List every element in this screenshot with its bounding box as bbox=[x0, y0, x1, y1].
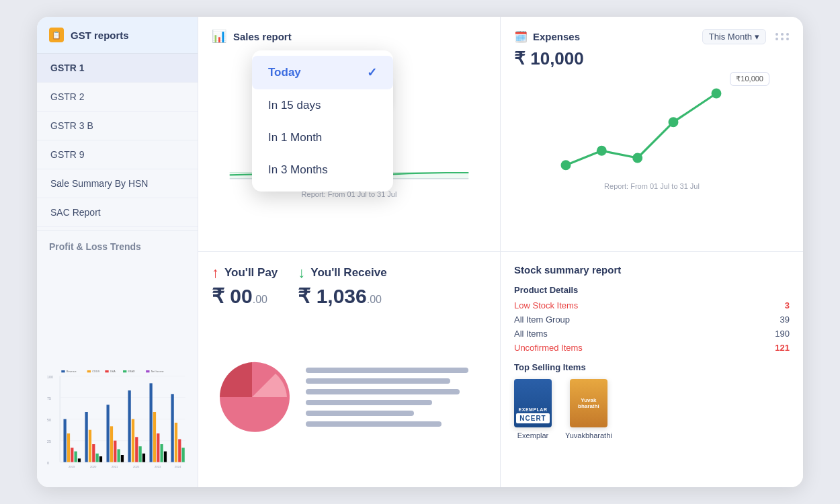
sidebar-item-sale-summary[interactable]: Sale Summary By HSN bbox=[37, 169, 198, 198]
expenses-icon: 🗓️ bbox=[514, 30, 528, 43]
svg-rect-34 bbox=[118, 449, 120, 462]
svg-point-62 bbox=[632, 153, 642, 163]
dots-menu[interactable] bbox=[775, 33, 790, 40]
ncert-cover: EXEMPLAR NCERT bbox=[514, 379, 552, 427]
expenses-header-left: 🗓️ Expenses bbox=[514, 30, 697, 43]
sidebar-item-gstr1[interactable]: GSTR 1 bbox=[37, 54, 198, 83]
svg-rect-44 bbox=[161, 444, 163, 462]
yuv-text: Yuvakbharathi bbox=[575, 397, 602, 409]
low-stock-label: Low Stock Items bbox=[514, 300, 578, 310]
sidebar-item-gstr2[interactable]: GSTR 2 bbox=[37, 83, 198, 112]
book-cover-exemplar: EXEMPLAR NCERT bbox=[514, 379, 552, 427]
sidebar-item-gstr9[interactable]: GSTR 9 bbox=[37, 140, 198, 169]
pay-amount: ₹ 00.00 bbox=[212, 284, 278, 308]
svg-point-64 bbox=[712, 89, 722, 99]
expenses-report-text: Report: From 01 Jul to 31 Jul bbox=[514, 182, 790, 190]
svg-rect-11 bbox=[61, 370, 65, 372]
line-bar-6 bbox=[306, 421, 442, 427]
dashboard: 📋 GST reports GSTR 1 GSTR 2 GSTR 3 B GST… bbox=[37, 17, 803, 487]
svg-point-63 bbox=[669, 117, 679, 127]
svg-rect-13 bbox=[87, 370, 91, 372]
svg-text:50: 50 bbox=[47, 418, 51, 422]
sidebar-header-title: GST reports bbox=[71, 30, 129, 41]
pay-cents: .00 bbox=[253, 294, 267, 305]
svg-rect-23 bbox=[71, 448, 73, 462]
svg-point-61 bbox=[597, 146, 607, 156]
dropdown-item-15days[interactable]: In 15 days bbox=[252, 89, 393, 122]
sales-title: Sales report bbox=[233, 31, 292, 42]
stock-title: Stock summary report bbox=[514, 264, 790, 276]
svg-text:2020: 2020 bbox=[90, 465, 97, 468]
sidebar-item-sac-report[interactable]: SAC Report bbox=[37, 198, 198, 227]
sidebar-item-gstr3b[interactable]: GSTR 3 B bbox=[37, 112, 198, 140]
dot bbox=[781, 38, 784, 40]
period-dropdown[interactable]: Today ✓ In 15 days In 1 Month In 3 Month… bbox=[252, 50, 393, 192]
line-bar-1 bbox=[306, 368, 468, 373]
svg-rect-47 bbox=[175, 423, 177, 462]
svg-text:0: 0 bbox=[47, 461, 49, 465]
receive-item: ↓ You'll Receive ₹ 1,036.00 bbox=[298, 264, 386, 308]
chevron-down-icon: ▾ bbox=[755, 32, 759, 42]
sidebar: 📋 GST reports GSTR 1 GSTR 2 GSTR 3 B GST… bbox=[37, 17, 198, 487]
dropdown-label-15days: In 15 days bbox=[268, 99, 321, 112]
svg-rect-28 bbox=[92, 444, 95, 462]
svg-rect-46 bbox=[171, 394, 174, 462]
expense-badge: ₹10,000 bbox=[730, 72, 769, 86]
svg-rect-38 bbox=[135, 437, 138, 462]
svg-text:2022: 2022 bbox=[133, 465, 140, 468]
profit-loss-section-title: Profit & Loss Trends bbox=[37, 230, 198, 259]
dropdown-item-today[interactable]: Today ✓ bbox=[252, 56, 393, 89]
stock-row-all: All Items 190 bbox=[514, 329, 790, 339]
dropdown-item-1month[interactable]: In 1 Month bbox=[252, 122, 393, 154]
expenses-amount: ₹ 10,000 bbox=[514, 48, 790, 69]
svg-rect-24 bbox=[75, 452, 77, 462]
this-month-button[interactable]: This Month ▾ bbox=[702, 29, 766, 44]
stock-row-low: Low Stock Items 3 bbox=[514, 300, 790, 310]
svg-rect-29 bbox=[96, 454, 99, 462]
all-items-count: 190 bbox=[775, 329, 790, 339]
all-item-group-count: 39 bbox=[780, 314, 790, 325]
unconfirmed-count: 121 bbox=[775, 343, 790, 353]
expenses-panel: 🗓️ Expenses This Month ▾ ₹ 10,000 ₹10,00… bbox=[501, 17, 803, 252]
book-cover-yuv: Yuvakbharathi bbox=[570, 379, 607, 427]
top-selling-title: Top Selling Items bbox=[514, 362, 790, 372]
svg-rect-22 bbox=[67, 433, 70, 462]
svg-rect-19 bbox=[146, 370, 149, 372]
svg-rect-36 bbox=[128, 390, 131, 462]
sales-icon: 📊 bbox=[212, 29, 226, 44]
svg-text:2023: 2023 bbox=[155, 465, 161, 468]
this-month-label: This Month bbox=[709, 32, 752, 42]
svg-rect-27 bbox=[89, 430, 91, 462]
svg-text:2021: 2021 bbox=[112, 465, 118, 468]
svg-rect-21 bbox=[64, 419, 67, 462]
svg-rect-40 bbox=[142, 454, 145, 462]
book-item-exemplar: EXEMPLAR NCERT Exemplar bbox=[514, 379, 552, 439]
arrow-down-icon: ↓ bbox=[298, 264, 305, 282]
stock-row-group: All Item Group 39 bbox=[514, 314, 790, 325]
book-label-yuv: Yuvakbharathi bbox=[565, 431, 612, 439]
svg-text:G&A: G&A bbox=[110, 370, 116, 373]
svg-text:Revenue: Revenue bbox=[67, 370, 77, 373]
gst-icon: 📋 bbox=[49, 28, 64, 42]
top-selling-items: EXEMPLAR NCERT Exemplar Yuvakbharathi Yu… bbox=[514, 379, 790, 439]
dropdown-label-today: Today bbox=[268, 66, 301, 79]
line-bar-3 bbox=[306, 389, 460, 394]
low-stock-count: 3 bbox=[785, 300, 790, 310]
unconfirmed-label: Uncofirmed Items bbox=[514, 343, 583, 353]
pay-receive-panel: ↑ You'll Pay ₹ 00.00 ↓ You'll Receive ₹ … bbox=[198, 252, 501, 487]
profit-loss-chart-area: 100 75 50 25 0 Revenue COGS G&A EBAD Net… bbox=[37, 259, 198, 487]
svg-rect-43 bbox=[157, 433, 159, 462]
dot bbox=[786, 33, 789, 36]
dropdown-item-3months[interactable]: In 3 Months bbox=[252, 154, 393, 186]
svg-rect-31 bbox=[107, 405, 110, 462]
receive-amount: ₹ 1,036.00 bbox=[298, 284, 386, 308]
sales-report-panel: 📊 Sales report Date: 10/07/2024 Sale: ₹7… bbox=[198, 17, 501, 252]
svg-rect-17 bbox=[123, 370, 126, 372]
expenses-chart: ₹10,000 bbox=[514, 72, 790, 179]
svg-text:COGS: COGS bbox=[92, 370, 99, 373]
all-items-label: All Items bbox=[514, 329, 548, 339]
stock-row-unconfirmed: Uncofirmed Items 121 bbox=[514, 343, 790, 353]
dot bbox=[786, 38, 789, 40]
dropdown-label-3months: In 3 Months bbox=[268, 163, 328, 177]
expenses-title: Expenses bbox=[533, 31, 580, 42]
